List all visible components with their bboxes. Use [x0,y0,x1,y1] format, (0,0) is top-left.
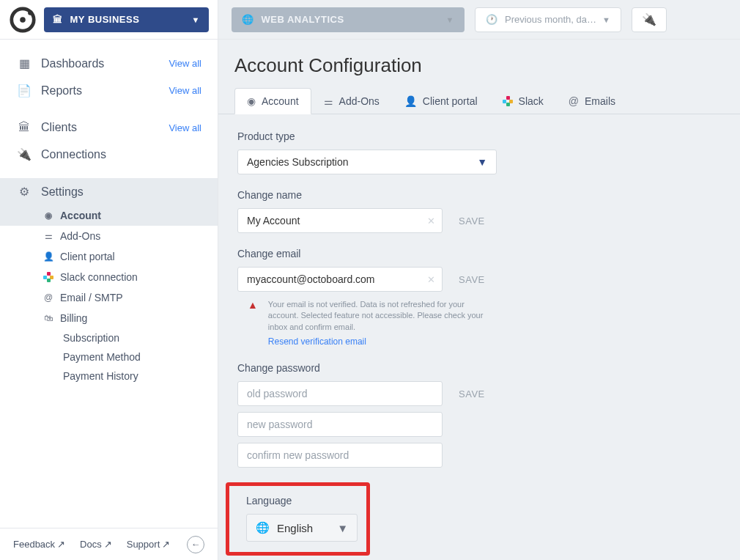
sliders-icon: ⚌ [324,95,333,107]
dashboards-viewall[interactable]: View all [169,58,201,69]
tab-slack-label: Slack [519,95,544,107]
sidebar-item-dashboards[interactable]: ▦ Dashboards View all [0,50,218,77]
sidebar-sub-addons[interactable]: ⚌ Add-Ons [0,226,218,246]
chevron-down-icon: ▼ [337,522,348,534]
tab-addons-label: Add-Ons [339,95,380,107]
sidebar-item-reports[interactable]: 📄 Reports View all [0,77,218,104]
sidebar-sub-account[interactable]: ◉ Account [0,205,218,226]
sidebar-sub2-payment-history[interactable]: Payment History [0,366,218,386]
external-icon: ↗ [104,539,112,550]
sidebar-item-connections[interactable]: 🔌 Connections [0,141,218,168]
plug-icon: 🔌 [16,147,32,161]
feedback-link[interactable]: Feedback ↗ [13,539,65,550]
refresh-button[interactable]: 🔌 [632,7,667,32]
change-email-label: Change email [237,248,721,259]
name-input[interactable] [237,208,443,233]
sidebar: 🏛 MY BUSINESS ▼ ▦ Dashboards View all 📄 … [0,0,218,560]
date-label: Previous month, da… [505,14,602,25]
old-password-input[interactable] [237,381,443,406]
sidebar-item-clients[interactable]: 🏛 Clients View all [0,114,218,141]
language-select[interactable]: 🌐 English ▼ [246,514,358,542]
circle-icon: ◉ [247,95,256,107]
clients-icon: 🏛 [16,121,32,134]
sub-addons-label: Add-Ons [60,230,100,242]
sub-email-smtp-label: Email / SMTP [60,292,123,303]
sidebar-sub2-payment-method[interactable]: Payment Method [0,347,218,366]
resend-verification-link[interactable]: Resend verification email [268,336,366,347]
change-name-label: Change name [237,189,721,201]
page-title: Account Configuration [218,40,740,87]
sidebar-sub-slack[interactable]: Slack connection [0,267,218,287]
sub2-payment-method-label: Payment Method [63,351,141,363]
language-label: Language [246,495,358,506]
support-link[interactable]: Support ↗ [127,539,171,550]
sidebar-item-settings[interactable]: ⚙ Settings [0,178,218,205]
sidebar-reports-label: Reports [41,84,169,97]
language-value: English [277,522,337,534]
tab-emails-label: Emails [585,95,615,107]
chevron-down-icon: ▼ [192,15,200,24]
slack-icon [42,272,54,282]
sliders-icon: ⚌ [42,231,54,241]
clock-icon: 🕐 [486,14,497,25]
tab-account-label: Account [262,95,299,107]
sidebar-settings-label: Settings [41,185,201,199]
email-input[interactable] [237,267,443,292]
sidebar-sub-email-smtp[interactable]: @ Email / SMTP [0,287,218,308]
bank-icon: 🏛 [53,14,63,25]
tab-addons[interactable]: ⚌ Add-Ons [311,87,392,114]
business-selector[interactable]: 🏛 MY BUSINESS ▼ [44,7,209,32]
sidebar-clients-label: Clients [41,121,169,134]
logo [9,6,37,34]
tab-client-portal-label: Client portal [423,95,478,107]
sidebar-sub-billing[interactable]: 🛍 Billing [0,308,218,328]
save-password-button[interactable]: SAVE [459,388,485,399]
sub-slack-label: Slack connection [60,271,138,283]
product-type-value: Agencies Subscription [247,156,477,168]
sidebar-dashboards-label: Dashboards [41,57,169,70]
tab-emails[interactable]: @ Emails [556,87,628,114]
user-circle-icon: 👤 [42,251,54,262]
sub2-subscription-label: Subscription [63,332,119,344]
circle-icon: ◉ [42,210,54,221]
svg-point-2 [28,10,33,15]
clear-icon[interactable]: ✕ [427,274,435,285]
globe-icon: 🌐 [242,14,254,25]
back-button[interactable]: ← [187,536,204,553]
email-warning-text: Your email is not verified. Data is not … [268,299,497,333]
chevron-down-icon: ▼ [446,15,454,24]
dashboard-icon: ▦ [16,56,32,70]
save-email-button[interactable]: SAVE [459,274,485,285]
tab-client-portal[interactable]: 👤 Client portal [392,87,490,114]
sidebar-sub2-subscription[interactable]: Subscription [0,328,218,347]
sub-account-label: Account [60,210,101,221]
chevron-down-icon: ▼ [477,156,487,168]
change-password-label: Change password [237,362,721,374]
chevron-down-icon: ▼ [602,15,610,24]
tab-account[interactable]: ◉ Account [234,88,311,114]
svg-point-1 [20,17,26,23]
docs-label: Docs [80,539,102,550]
plug-icon: 🔌 [642,12,656,26]
slack-icon [503,96,513,106]
sidebar-sub-client-portal[interactable]: 👤 Client portal [0,246,218,267]
clear-icon[interactable]: ✕ [427,215,435,226]
analytics-selector[interactable]: 🌐 WEB ANALYTICS ▼ [232,7,465,32]
tab-slack[interactable]: Slack [490,87,556,114]
date-range-selector[interactable]: 🕐 Previous month, da… ▼ [475,7,621,32]
reports-viewall[interactable]: View all [169,85,201,96]
warning-icon: ▲ [248,299,258,347]
external-icon: ↗ [57,539,65,550]
sub-billing-label: Billing [60,312,87,324]
product-type-select[interactable]: Agencies Subscription ▼ [237,150,497,174]
new-password-input[interactable] [237,412,443,437]
save-name-button[interactable]: SAVE [459,215,485,226]
bag-icon: 🛍 [42,313,54,323]
clients-viewall[interactable]: View all [169,122,201,133]
main: 🌐 WEB ANALYTICS ▼ 🕐 Previous month, da… … [218,0,740,560]
confirm-password-input[interactable] [237,443,443,468]
globe-icon: 🌐 [256,521,270,534]
docs-link[interactable]: Docs ↗ [80,539,112,550]
language-highlight: Language 🌐 English ▼ [226,482,370,556]
user-circle-icon: 👤 [404,95,417,107]
